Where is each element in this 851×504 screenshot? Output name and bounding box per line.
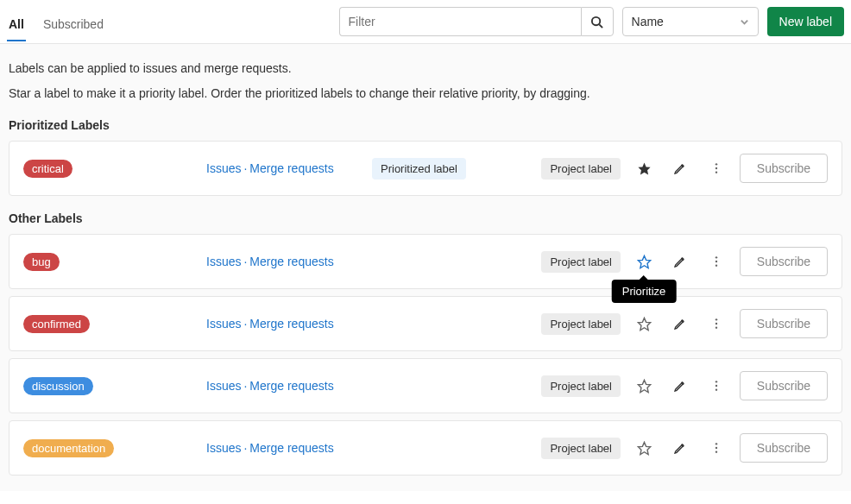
subscribe-button[interactable]: Subscribe [740, 433, 828, 463]
svg-point-15 [715, 381, 717, 382]
project-label-badge: Project label [541, 158, 621, 180]
project-label-badge: Project label [541, 375, 621, 397]
label-row: documentation Issues·Merge requests Proj… [9, 420, 842, 476]
star-button[interactable] [631, 373, 657, 399]
label-pill-critical[interactable]: critical [23, 160, 72, 178]
section-other-title: Other Labels [9, 211, 842, 225]
star-button[interactable] [631, 311, 657, 337]
edit-button[interactable] [667, 311, 693, 337]
pencil-icon [673, 441, 687, 455]
label-row: critical Issues·Merge requests Prioritiz… [9, 141, 842, 196]
separator: · [243, 255, 247, 268]
search-button[interactable] [581, 7, 614, 36]
kebab-icon [709, 255, 723, 268]
pencil-icon [673, 255, 687, 268]
project-label-badge: Project label [541, 438, 621, 459]
svg-point-0 [592, 16, 600, 24]
star-filled-icon [637, 161, 652, 176]
merge-requests-link[interactable]: Merge requests [249, 317, 333, 331]
toolbar: All Subscribed Name New label [0, 0, 851, 44]
subscribe-button[interactable]: Subscribe [740, 154, 828, 183]
separator: · [243, 317, 247, 331]
subscribe-button[interactable]: Subscribe [740, 247, 828, 276]
merge-requests-link[interactable]: Merge requests [249, 379, 333, 393]
issues-link[interactable]: Issues [206, 255, 241, 268]
star-outline-icon [637, 379, 652, 394]
kebab-icon [709, 379, 723, 393]
sort-selected-label: Name [632, 15, 664, 28]
issues-link[interactable]: Issues [206, 161, 241, 175]
star-button[interactable]: Prioritize [631, 249, 657, 274]
star-outline-icon [637, 255, 652, 269]
kebab-icon [709, 317, 723, 331]
svg-point-3 [715, 163, 717, 165]
svg-marker-2 [638, 162, 650, 174]
filter-group [339, 7, 614, 36]
svg-point-7 [715, 256, 717, 258]
merge-requests-link[interactable]: Merge requests [249, 255, 333, 268]
project-label-badge: Project label [541, 313, 621, 335]
svg-point-12 [715, 323, 717, 324]
subscribe-button[interactable]: Subscribe [740, 309, 828, 338]
svg-point-8 [715, 261, 717, 262]
svg-point-5 [715, 171, 717, 173]
issues-link[interactable]: Issues [206, 317, 241, 331]
svg-point-19 [715, 443, 717, 444]
chevron-down-icon [740, 17, 749, 27]
edit-button[interactable] [667, 155, 693, 181]
separator: · [243, 161, 247, 175]
svg-point-21 [715, 450, 717, 452]
more-button[interactable] [703, 435, 729, 461]
subscribe-button[interactable]: Subscribe [740, 371, 828, 400]
svg-point-9 [715, 264, 717, 266]
edit-button[interactable] [667, 373, 693, 399]
kebab-icon [709, 441, 723, 455]
sort-dropdown[interactable]: Name [622, 7, 759, 36]
svg-marker-10 [638, 318, 650, 330]
svg-point-11 [715, 318, 717, 320]
prioritized-badge: Prioritized label [372, 158, 466, 180]
intro-line-2: Star a label to make it a priority label… [9, 85, 842, 103]
edit-button[interactable] [667, 435, 693, 461]
separator: · [243, 441, 247, 455]
search-icon [590, 16, 603, 28]
project-label-badge: Project label [541, 251, 621, 273]
label-pill-documentation[interactable]: documentation [23, 439, 114, 457]
label-pill-bug[interactable]: bug [23, 253, 60, 271]
issues-link[interactable]: Issues [206, 441, 241, 455]
label-row: confirmed Issues·Merge requests Project … [9, 296, 842, 351]
more-button[interactable] [703, 373, 729, 399]
more-button[interactable] [703, 311, 729, 337]
svg-marker-14 [638, 380, 650, 392]
label-pill-confirmed[interactable]: confirmed [23, 315, 90, 333]
star-button[interactable] [631, 155, 657, 181]
more-button[interactable] [703, 155, 729, 181]
new-label-button[interactable]: New label [767, 7, 844, 36]
label-pill-discussion[interactable]: discussion [23, 377, 93, 395]
label-row: discussion Issues·Merge requests Project… [9, 358, 842, 413]
svg-marker-6 [638, 255, 650, 268]
prioritize-tooltip: Prioritize [612, 280, 677, 303]
section-prioritized-title: Prioritized Labels [9, 118, 842, 132]
tab-subscribed[interactable]: Subscribed [41, 9, 105, 41]
filter-input[interactable] [339, 7, 581, 36]
more-button[interactable] [703, 249, 729, 274]
pencil-icon [673, 161, 687, 175]
issues-link[interactable]: Issues [206, 379, 241, 393]
content-area: Labels can be applied to issues and merg… [0, 44, 851, 491]
separator: · [243, 379, 247, 393]
tab-all[interactable]: All [7, 9, 26, 41]
svg-point-17 [715, 388, 717, 390]
svg-point-4 [715, 167, 717, 169]
merge-requests-link[interactable]: Merge requests [249, 441, 333, 455]
svg-point-16 [715, 385, 717, 387]
merge-requests-link[interactable]: Merge requests [249, 161, 333, 175]
svg-line-1 [599, 24, 602, 28]
svg-marker-18 [638, 442, 650, 454]
star-outline-icon [637, 317, 652, 331]
svg-point-13 [715, 326, 717, 328]
star-outline-icon [637, 441, 652, 456]
star-button[interactable] [631, 435, 657, 461]
pencil-icon [673, 379, 687, 393]
edit-button[interactable] [667, 249, 693, 274]
